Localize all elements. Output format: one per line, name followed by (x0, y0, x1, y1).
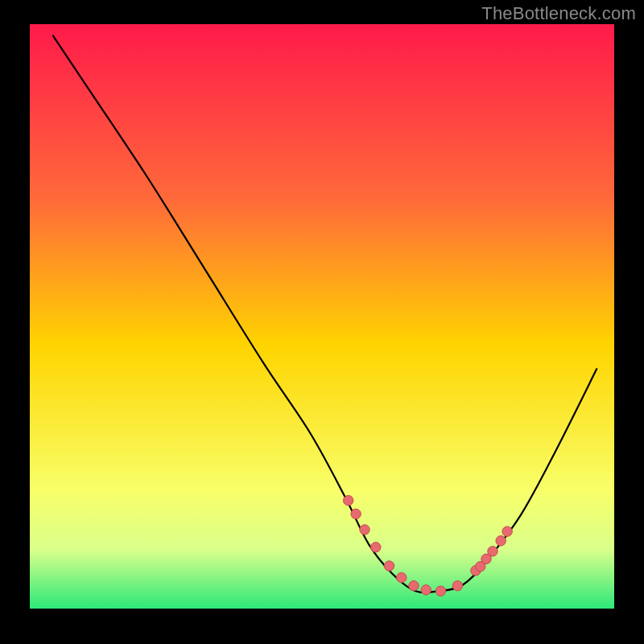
marker-point (421, 585, 431, 595)
watermark-text: TheBottleneck.com (481, 3, 636, 24)
marker-point (488, 547, 497, 556)
marker-point (397, 572, 407, 582)
marker-point (436, 586, 445, 596)
chart-stage: TheBottleneck.com (0, 0, 644, 644)
gradient-background (30, 24, 614, 609)
marker-point (452, 580, 462, 590)
marker-point (502, 526, 512, 536)
plot-area (30, 24, 614, 609)
marker-point (371, 543, 381, 552)
plot-svg (30, 24, 614, 609)
marker-point (360, 525, 369, 535)
marker-point (343, 495, 353, 505)
marker-point (384, 561, 394, 571)
marker-point (351, 509, 361, 518)
marker-point (409, 580, 419, 590)
marker-point (496, 536, 506, 546)
